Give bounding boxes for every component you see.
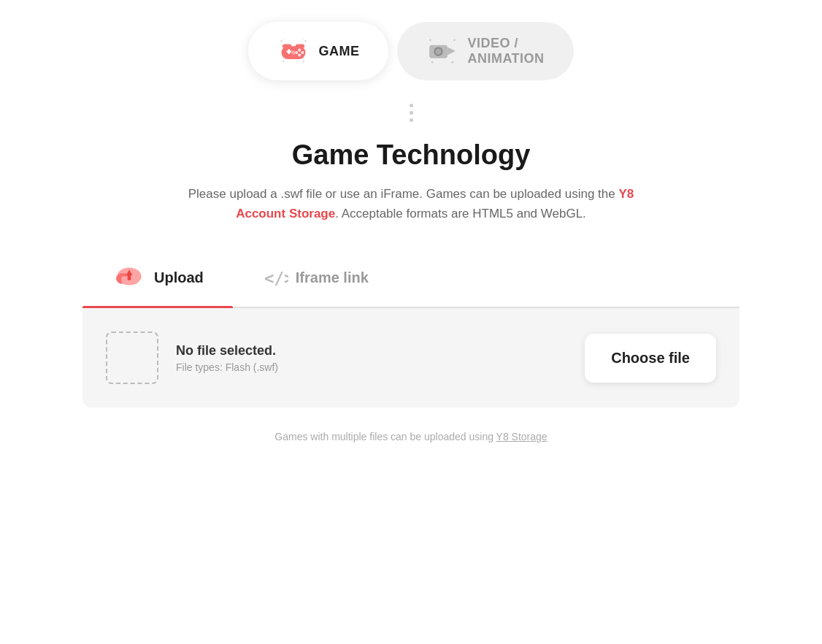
svg-point-17	[454, 39, 456, 42]
svg-point-0	[281, 40, 283, 42]
svg-point-19	[452, 61, 454, 64]
iframe-tab[interactable]: </> Iframe link	[233, 250, 398, 307]
svg-point-15	[292, 50, 296, 55]
bottom-note-before: Games with multiple files can be uploade…	[274, 431, 496, 442]
y8-storage-link[interactable]: Y8 Storage	[496, 431, 548, 442]
file-name-label: No file selected.	[176, 343, 567, 359]
sub-tab-row: Upload </> Iframe link	[82, 250, 740, 308]
svg-text:</>: </>	[264, 269, 288, 288]
game-tab-label: GAME	[318, 44, 359, 59]
file-info: No file selected. File types: Flash (.sw…	[176, 343, 567, 373]
choose-file-button[interactable]: Choose file	[585, 334, 716, 383]
page-description: Please upload a .swf file or use an iFra…	[163, 184, 659, 223]
iframe-tab-label: Iframe link	[296, 269, 369, 286]
file-thumbnail	[106, 331, 158, 384]
svg-rect-7	[283, 44, 291, 48]
upload-tab[interactable]: Upload	[82, 250, 233, 307]
description-after: . Acceptable formats are HTML5 and WebGL…	[335, 207, 586, 221]
upload-area: No file selected. File types: Flash (.sw…	[82, 308, 740, 407]
code-icon: </>	[262, 264, 288, 291]
svg-point-5	[302, 38, 304, 39]
upload-tab-label: Upload	[154, 269, 204, 286]
svg-rect-29	[128, 275, 131, 281]
svg-marker-23	[448, 47, 456, 55]
dot-3	[410, 118, 413, 122]
cloud-upload-icon	[112, 260, 147, 295]
svg-point-13	[299, 53, 301, 56]
bottom-note: Games with multiple files can be uploade…	[274, 431, 547, 442]
game-tab[interactable]: GAME	[248, 22, 388, 80]
svg-point-16	[430, 39, 432, 42]
svg-point-2	[283, 60, 285, 62]
file-types-label: File types: Flash (.swf)	[176, 361, 567, 373]
page-title: Game Technology	[292, 139, 531, 171]
controller-icon	[277, 35, 310, 67]
svg-point-11	[299, 49, 301, 52]
svg-point-12	[301, 51, 304, 54]
video-tab-label: VIDEO / ANIMATION	[467, 36, 544, 66]
svg-point-22	[436, 49, 442, 55]
file-row: No file selected. File types: Flash (.sw…	[106, 331, 716, 384]
svg-point-3	[303, 60, 305, 62]
svg-rect-8	[296, 44, 304, 48]
video-icon	[426, 35, 458, 67]
dot-1	[410, 104, 413, 107]
dots-separator	[410, 104, 413, 122]
dot-2	[410, 111, 413, 115]
description-before: Please upload a .swf file or use an iFra…	[188, 187, 619, 201]
svg-rect-10	[288, 49, 291, 54]
video-tab[interactable]: VIDEO / ANIMATION	[397, 22, 573, 80]
svg-point-1	[305, 40, 307, 42]
type-tab-row: GAME VIDEO / ANIMATION	[248, 22, 573, 80]
svg-point-4	[284, 38, 285, 39]
svg-point-18	[431, 61, 434, 64]
